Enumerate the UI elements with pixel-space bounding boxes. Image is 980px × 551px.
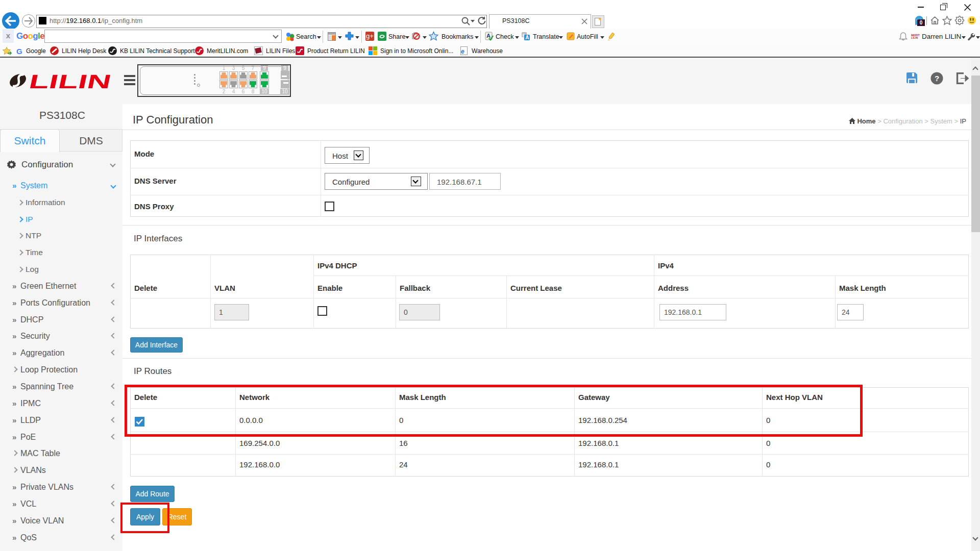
svg-text:LILIN: LILIN [27,71,113,92]
svg-text:?: ? [935,74,939,83]
svg-text:A: A [525,35,529,40]
svg-text:A: A [486,33,491,39]
